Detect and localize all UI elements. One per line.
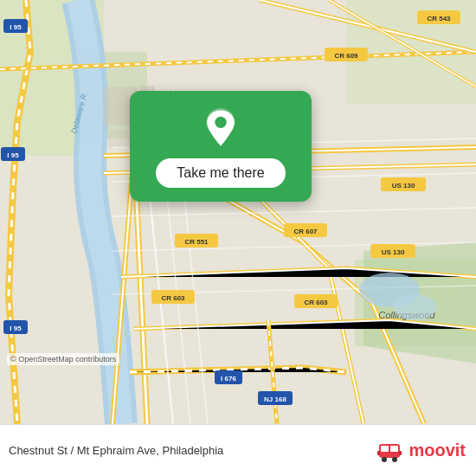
svg-rect-61 bbox=[399, 451, 402, 455]
location-text: Chestnut St / Mt Ephraim Ave, Philadelph… bbox=[9, 444, 376, 457]
moovit-logo: moovit bbox=[376, 437, 466, 465]
moovit-wordmark: moovit bbox=[408, 441, 466, 460]
svg-text:CR 603: CR 603 bbox=[304, 299, 328, 306]
svg-text:CR 609: CR 609 bbox=[334, 52, 358, 60]
svg-text:NJ 168: NJ 168 bbox=[264, 396, 286, 403]
svg-text:CR 603: CR 603 bbox=[161, 294, 185, 302]
svg-text:US 130: US 130 bbox=[382, 248, 405, 256]
svg-point-59 bbox=[392, 457, 397, 462]
svg-rect-57 bbox=[390, 446, 398, 452]
svg-text:I 95: I 95 bbox=[10, 23, 22, 31]
take-me-there-button[interactable]: Take me there bbox=[156, 158, 285, 188]
popup-card: Take me there bbox=[130, 91, 312, 202]
moovit-bus-icon bbox=[376, 437, 403, 465]
svg-text:CR 607: CR 607 bbox=[293, 228, 318, 235]
location-pin-icon bbox=[199, 106, 242, 150]
svg-text:CR 543: CR 543 bbox=[427, 15, 451, 23]
svg-point-58 bbox=[382, 457, 387, 462]
map-container: Delaware R. I 95 I 95 I 95 CR 543 CR 609 bbox=[0, 0, 476, 424]
bottom-bar: Chestnut St / Mt Ephraim Ave, Philadelph… bbox=[0, 424, 476, 476]
svg-text:CR 551: CR 551 bbox=[184, 238, 209, 246]
svg-text:I 95: I 95 bbox=[10, 325, 22, 332]
svg-rect-56 bbox=[381, 446, 389, 452]
svg-rect-60 bbox=[377, 451, 380, 455]
map-attribution: © OpenStreetMap contributors bbox=[7, 353, 119, 365]
svg-point-50 bbox=[394, 294, 437, 320]
svg-text:I 676: I 676 bbox=[221, 375, 236, 383]
svg-point-54 bbox=[215, 117, 226, 128]
svg-text:US 130: US 130 bbox=[392, 182, 415, 190]
svg-text:I 95: I 95 bbox=[7, 151, 19, 159]
